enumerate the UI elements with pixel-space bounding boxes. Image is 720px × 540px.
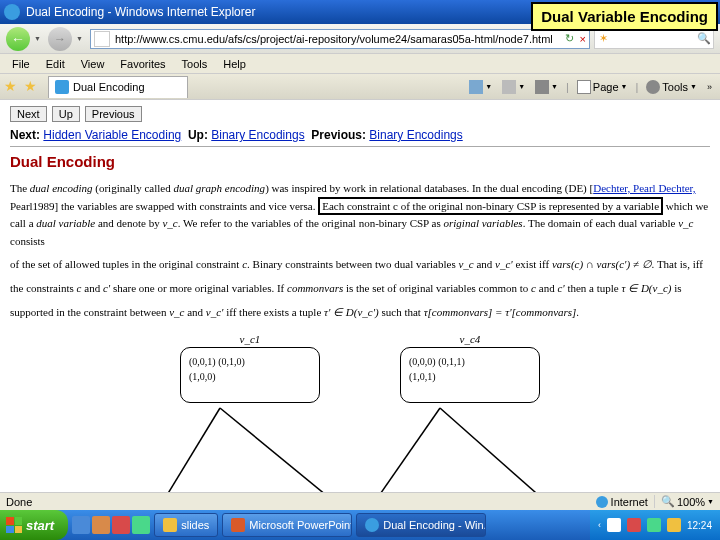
feeds-button[interactable]: ▼ [498, 78, 529, 96]
tray-expand-icon[interactable]: ‹ [598, 520, 601, 530]
search-box[interactable]: ✶ 🔍 [594, 29, 714, 49]
windows-taskbar: start slides Microsoft PowerPoint ... Du… [0, 510, 720, 540]
menu-tools[interactable]: Tools [174, 56, 216, 72]
zoom-icon: 🔍 [661, 495, 675, 508]
nav-prev-link[interactable]: Binary Encodings [369, 128, 462, 142]
nav-up-label: Up: [188, 128, 208, 142]
forward-button[interactable]: → [48, 27, 72, 51]
nav-button-row: Next Up Previous [10, 106, 710, 122]
dual-encoding-figure: v_c1 (0,0,1) (0,1,0) (1,0,0) v_c4 (0,0,0… [10, 333, 710, 403]
page-icon [577, 80, 591, 94]
tray-icon[interactable] [607, 518, 621, 532]
paragraph-2: of the set of allowed tuples in the orig… [10, 256, 710, 274]
stop-icon[interactable]: × [577, 33, 589, 45]
paragraph-4: supported in the constraint between v_c … [10, 304, 710, 322]
address-input[interactable] [113, 33, 562, 45]
next-button[interactable]: Next [10, 106, 47, 122]
up-button[interactable]: Up [52, 106, 80, 122]
status-bar: Done Internet 🔍 100% ▼ [0, 492, 720, 510]
browser-tab[interactable]: Dual Encoding [48, 76, 188, 98]
page-content: Next Up Previous Next: Hidden Variable E… [0, 100, 720, 492]
tab-title: Dual Encoding [73, 81, 145, 93]
menu-favorites[interactable]: Favorites [112, 56, 173, 72]
ie-icon [365, 518, 379, 532]
tab-toolbar: ★ ★ Dual Encoding ▼ ▼ ▼ | Page▼ | Tools▼… [0, 74, 720, 100]
taskbar-item-powerpoint[interactable]: Microsoft PowerPoint ... [222, 513, 352, 537]
quick-launch-icon[interactable] [132, 516, 150, 534]
menu-file[interactable]: File [4, 56, 38, 72]
print-icon [535, 80, 549, 94]
clock[interactable]: 12:24 [687, 520, 712, 531]
tray-icon[interactable] [647, 518, 661, 532]
system-tray: ‹ 12:24 [590, 510, 720, 540]
back-history-dropdown[interactable]: ▼ [34, 35, 44, 42]
tray-icon[interactable] [627, 518, 641, 532]
nav-prev-label: Previous: [311, 128, 366, 142]
folder-icon [163, 518, 177, 532]
quick-launch [72, 516, 150, 534]
address-bar: ↻ × [90, 29, 590, 49]
favorites-center-icon[interactable]: ★ [4, 78, 22, 96]
previous-button[interactable]: Previous [85, 106, 142, 122]
nav-links: Next: Hidden Variable Encoding Up: Binar… [10, 128, 710, 147]
page-heading: Dual Encoding [10, 153, 710, 170]
menu-help[interactable]: Help [215, 56, 254, 72]
page-icon [94, 31, 110, 47]
windows-logo-icon [6, 517, 22, 533]
security-zone[interactable]: Internet [596, 496, 648, 508]
add-favorites-icon[interactable]: ★ [24, 78, 42, 96]
search-provider-icon: ✶ [595, 32, 611, 45]
highlighted-text: Each constraint c of the original non-bi… [318, 197, 663, 215]
nav-next-link[interactable]: Hidden Variable Encoding [43, 128, 181, 142]
taskbar-item-folder[interactable]: slides [154, 513, 218, 537]
quick-launch-icon[interactable] [112, 516, 130, 534]
status-text: Done [6, 496, 32, 508]
search-icon[interactable]: 🔍 [695, 32, 713, 45]
tab-favicon [55, 80, 69, 94]
quick-launch-icon[interactable] [92, 516, 110, 534]
menu-view[interactable]: View [73, 56, 113, 72]
refresh-icon[interactable]: ↻ [562, 32, 577, 45]
paragraph-1: The dual encoding (originally called dua… [10, 180, 710, 250]
page-menu-button[interactable]: Page▼ [573, 78, 632, 96]
svg-line-3 [440, 408, 570, 492]
chevron-right-icon[interactable]: » [703, 82, 716, 92]
start-button[interactable]: start [0, 510, 68, 540]
overlay-callout: Dual Variable Encoding [531, 2, 718, 31]
globe-icon [596, 496, 608, 508]
print-button[interactable]: ▼ [531, 78, 562, 96]
forward-history-dropdown[interactable]: ▼ [76, 35, 86, 42]
tray-icon[interactable] [667, 518, 681, 532]
gear-icon [646, 80, 660, 94]
paragraph-3: the constraints c and c' share one or mo… [10, 280, 710, 298]
home-icon [469, 80, 483, 94]
menu-edit[interactable]: Edit [38, 56, 73, 72]
citation-link[interactable]: Dechter, Pearl Dechter, [593, 182, 695, 194]
node-box-left: (0,0,1) (0,1,0) (1,0,0) [180, 347, 320, 403]
powerpoint-icon [231, 518, 245, 532]
svg-line-2 [360, 408, 440, 492]
ie-icon [4, 4, 20, 20]
nav-up-link[interactable]: Binary Encodings [211, 128, 304, 142]
back-button[interactable]: ← [6, 27, 30, 51]
taskbar-item-ie[interactable]: Dual Encoding - Win... [356, 513, 486, 537]
svg-line-1 [220, 408, 360, 492]
home-button[interactable]: ▼ [465, 78, 496, 96]
feed-icon [502, 80, 516, 94]
node-box-right: (0,0,0) (0,1,1) (1,0,1) [400, 347, 540, 403]
menu-bar: File Edit View Favorites Tools Help [0, 54, 720, 74]
zoom-control[interactable]: 🔍 100% ▼ [654, 495, 714, 508]
svg-line-0 [150, 408, 220, 492]
quick-launch-icon[interactable] [72, 516, 90, 534]
figure-edges [10, 333, 710, 492]
nav-next-label: Next: [10, 128, 40, 142]
tools-menu-button[interactable]: Tools▼ [642, 78, 701, 96]
